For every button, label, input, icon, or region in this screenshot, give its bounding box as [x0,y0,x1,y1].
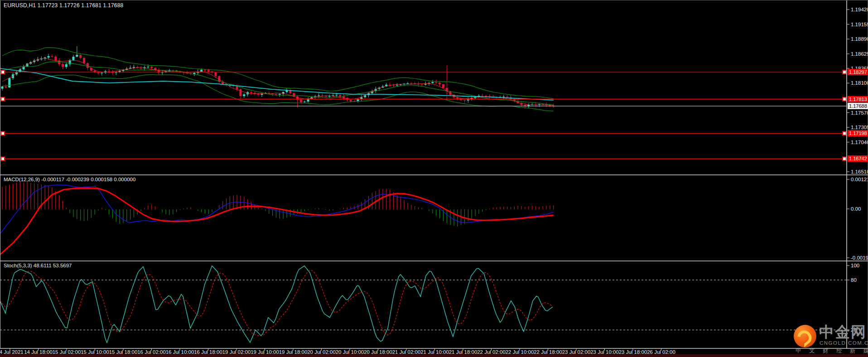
symbol-ohlc-title: EURUSD,H1 1.17723 1.17726 1.17681 1.1768… [4,2,123,9]
time-tick-label: 20 Jul 10:00 [336,349,364,355]
time-tick-label: 19 Jul 10:00 [251,349,279,355]
stoch-tick-label: 80 [851,277,857,283]
price-tick-label: 1.16510 [851,169,868,174]
time-tick-label: 22 Jul 10:00 [506,349,534,355]
hline-price-tag: 1.17813 [848,96,868,102]
stoch-indicator-label: Stoch(5,3,3) 48.6111 53.5697 [4,263,72,268]
price-tick-label: 1.18890 [851,36,868,42]
time-tick-label: 16 Jul 02:00 [137,349,166,355]
time-tick-label: 19 Jul 02:00 [222,349,251,355]
macd-tick-label: 0.00 [851,206,861,212]
time-tick-label: 15 Jul 18:00 [109,349,138,355]
cngold-logo-icon [794,325,816,347]
logo-brand-text: 中金网 [819,324,866,340]
hline-price-tag: 1.17198 [848,130,868,136]
hline-price-tag: 1.18297 [848,69,868,75]
time-tick-label: 23 Jul 02:00 [562,349,591,355]
macd-indicator-label: MACD(12,26,9) -0.000117 -0.000239 0.0001… [4,177,135,182]
price-tick-label: 1.17570 [851,110,868,116]
time-tick-label: 15 Jul 10:00 [81,349,109,355]
logo-swirl-glyph [795,328,815,347]
time-tick-label: 16 Jul 18:00 [194,349,222,355]
hline-price-tag: 1.16742 [848,155,868,162]
time-tick-label: 21 Jul 10:00 [420,349,449,355]
time-tick-label: 20 Jul 02:00 [307,349,336,355]
time-tick-label: 22 Jul 02:00 [477,349,506,355]
logo-domain-text: CNGOLD.COM.CN [820,340,868,346]
time-tick-label: 15 Jul 02:00 [53,349,81,355]
price-tick-label: 1.19155 [851,22,868,27]
time-tick-label: 14 Jul 18:00 [24,349,53,355]
cngold-watermark: 中金网 CNGOLD.COM.CN 中 文 财 经 新 媒 体 [794,323,866,355]
price-tick-label: 1.19420 [851,7,868,12]
price-tick-label: 1.17040 [851,140,868,145]
macd-tick-label: 0.001219 [851,177,868,182]
time-tick-label: 21 Jul 02:00 [392,349,421,355]
price-tick-label: 1.18625 [851,51,868,57]
stoch-tick-label: 100 [851,263,859,268]
time-tick-label: 20 Jul 18:00 [364,349,392,355]
logo-tagline-text: 中 文 财 经 新 媒 体 [796,347,868,355]
time-tick-label: 23 Jul 18:00 [619,349,647,355]
time-tick-label: 14 Jul 2021 [0,349,24,355]
time-tick-label: 26 Jul 02:00 [647,349,675,355]
time-tick-label: 16 Jul 10:00 [166,349,194,355]
time-tick-label: 22 Jul 18:00 [534,349,562,355]
mt4-chart-window: EURUSD,H1 1.17723 1.17726 1.17681 1.1768… [0,0,868,357]
time-tick-label: 21 Jul 18:00 [449,349,477,355]
current-bid-tag: 1.17688 [848,103,868,109]
price-tick-label: 1.18100 [851,80,868,86]
price-tick-label: 1.17305 [851,125,868,130]
time-tick-label: 23 Jul 10:00 [590,349,619,355]
macd-tick-label: -0.001981 [851,255,868,261]
time-tick-label: 19 Jul 18:00 [279,349,308,355]
